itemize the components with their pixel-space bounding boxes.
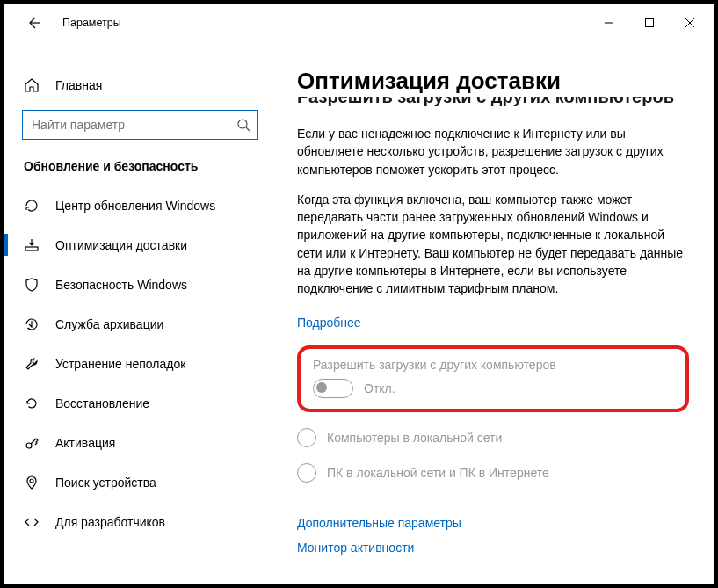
nav-item-delivery-optimization[interactable]: Оптимизация доставки — [4, 225, 272, 265]
radio-local-network[interactable]: Компьютеры в локальной сети — [297, 428, 689, 447]
search-icon — [236, 118, 250, 132]
toggle-label: Разрешить загрузки с других компьютеров — [313, 358, 673, 372]
nav-item-label: Центр обновления Windows — [55, 199, 215, 213]
search-input[interactable]: Найти параметр — [22, 110, 258, 140]
backup-icon — [24, 316, 40, 332]
delivery-icon — [24, 237, 40, 253]
radio-internet[interactable]: ПК в локальной сети и ПК в Интернете — [297, 463, 689, 483]
nav-home[interactable]: Главная — [4, 68, 272, 103]
page-title: Оптимизация доставки — [297, 68, 689, 95]
description-1: Если у вас ненадежное подключение к Инте… — [297, 125, 689, 178]
nav-item-label: Поиск устройства — [55, 475, 156, 490]
nav-item-label: Служба архивации — [55, 317, 163, 331]
maximize-button[interactable] — [629, 10, 670, 36]
nav-item-label: Активация — [55, 436, 115, 450]
highlight-box: Разрешить загрузки с других компьютеров … — [297, 345, 689, 412]
nav-item-label: Для разработчиков — [55, 515, 165, 529]
radio-label: Компьютеры в локальной сети — [327, 431, 502, 445]
nav-item-activation[interactable]: Активация — [4, 423, 272, 462]
radio-label: ПК в локальной сети и ПК в Интернете — [327, 466, 549, 480]
nav-item-label: Оптимизация доставки — [55, 238, 187, 252]
activity-monitor-link[interactable]: Монитор активности — [297, 541, 414, 555]
key-icon — [24, 435, 40, 451]
learn-more-link[interactable]: Подробнее — [297, 316, 361, 330]
nav-group-title: Обновление и безопасность — [4, 143, 272, 185]
svg-line-5 — [246, 127, 250, 131]
wrench-icon — [24, 356, 40, 372]
nav-item-windows-update[interactable]: Центр обновления Windows — [4, 185, 272, 225]
search-placeholder: Найти параметр — [32, 118, 236, 132]
svg-point-4 — [238, 120, 247, 128]
nav-item-developers[interactable]: Для разработчиков — [4, 502, 272, 541]
nav-item-label: Безопасность Windows — [55, 278, 187, 292]
nav-item-windows-security[interactable]: Безопасность Windows — [4, 265, 272, 304]
advanced-options-link[interactable]: Дополнительные параметры — [297, 516, 461, 530]
recovery-icon — [24, 396, 40, 411]
location-icon — [24, 475, 40, 490]
window-title: Параметры — [62, 17, 121, 29]
content-pane: Оптимизация доставки Разрешить загрузки … — [272, 41, 714, 584]
nav-item-label: Восстановление — [55, 396, 149, 410]
sidebar: Главная Найти параметр Обновление и безо… — [4, 41, 272, 584]
svg-point-8 — [30, 479, 33, 483]
back-button[interactable] — [24, 13, 43, 33]
nav-item-find-device[interactable]: Поиск устройства — [4, 462, 272, 502]
nav-item-troubleshoot[interactable]: Устранение неполадок — [4, 344, 272, 383]
svg-rect-1 — [646, 19, 654, 27]
radio-icon — [297, 463, 316, 483]
shield-icon — [24, 277, 40, 293]
allow-downloads-toggle[interactable] — [313, 379, 353, 398]
update-icon — [24, 198, 40, 214]
truncated-subheading: Разрешить загрузки с других компьютеров — [297, 97, 689, 113]
code-icon — [24, 514, 40, 530]
nav-item-backup[interactable]: Служба архивации — [4, 304, 272, 344]
nav-home-label: Главная — [55, 78, 102, 92]
nav-item-recovery[interactable]: Восстановление — [4, 383, 272, 423]
close-button[interactable] — [670, 10, 710, 36]
svg-rect-6 — [25, 247, 38, 250]
toggle-state: Откл. — [364, 381, 395, 396]
radio-icon — [297, 428, 316, 447]
home-icon — [24, 77, 40, 93]
nav-item-label: Устранение неполадок — [55, 357, 185, 371]
minimize-button[interactable] — [589, 10, 629, 36]
description-2: Когда эта функция включена, ваш компьюте… — [297, 191, 689, 298]
